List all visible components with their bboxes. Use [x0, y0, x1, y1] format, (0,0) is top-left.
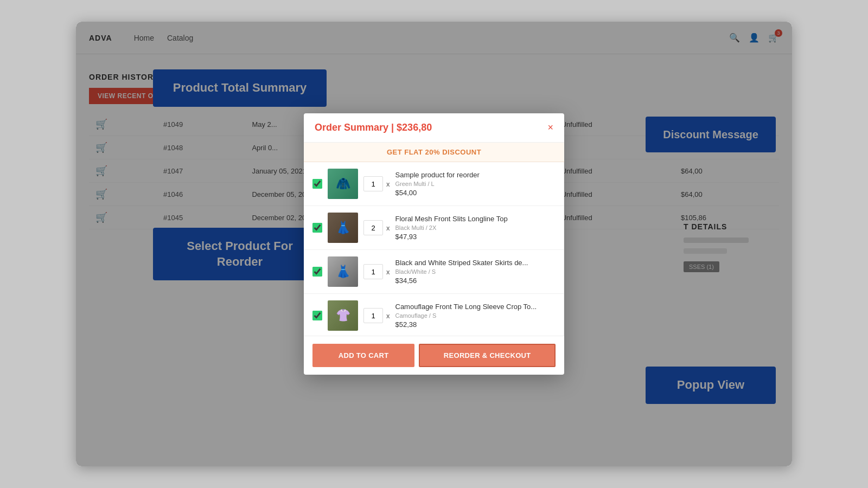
product-image-3: 👗	[328, 256, 358, 287]
product-image-4: 👚	[328, 300, 358, 331]
product-variant-3: Black/White / S	[395, 268, 556, 275]
product-info-4: Camouflage Front Tie Long Sleeve Crop To…	[395, 303, 556, 329]
product-list: 🧥 x Sample product for reorder Green Mul…	[304, 162, 564, 336]
product-checkbox-4[interactable]	[312, 311, 322, 320]
discount-banner: GET FLAT 20% DISCOUNT	[304, 143, 564, 162]
product-qty-3: x	[363, 264, 390, 279]
product-qty-4: x	[363, 308, 390, 323]
product-info-1: Sample product for reorder Green Multi /…	[395, 171, 556, 197]
product-qty-2: x	[363, 220, 390, 235]
product-price-3: $34,56	[395, 277, 556, 285]
list-item: 👗 x Floral Mesh Front Slits Longline Top…	[304, 206, 564, 250]
product-variant-1: Green Multi / L	[395, 181, 556, 187]
modal-title: Order Summary | $236,80	[315, 122, 432, 133]
product-checkbox-2[interactable]	[312, 223, 322, 233]
product-name-1: Sample product for reorder	[395, 171, 556, 180]
reorder-checkout-button[interactable]: REORDER & CHECKOUT	[419, 344, 556, 367]
qty-multiplier-1: x	[386, 180, 390, 188]
product-name-3: Black and White Striped Skater Skirts de…	[395, 259, 556, 268]
list-item: 🧥 x Sample product for reorder Green Mul…	[304, 162, 564, 206]
order-summary-modal: Order Summary | $236,80 × GET FLAT 20% D…	[304, 113, 564, 375]
qty-multiplier-2: x	[386, 224, 390, 232]
product-image-1: 🧥	[328, 169, 358, 199]
product-info-2: Floral Mesh Front Slits Longline Top Bla…	[395, 215, 556, 241]
qty-multiplier-3: x	[386, 268, 390, 276]
product-price-4: $52,38	[395, 320, 556, 329]
product-checkbox-3[interactable]	[312, 267, 322, 277]
qty-input-3[interactable]	[363, 264, 383, 279]
product-name-4: Camouflage Front Tie Long Sleeve Crop To…	[395, 303, 556, 312]
product-name-2: Floral Mesh Front Slits Longline Top	[395, 215, 556, 224]
product-image-2: 👗	[328, 213, 358, 243]
qty-input-1[interactable]	[363, 176, 383, 191]
list-item: 👚 x Camouflage Front Tie Long Sleeve Cro…	[304, 294, 564, 336]
modal-header: Order Summary | $236,80 ×	[304, 113, 564, 143]
product-qty-1: x	[363, 176, 390, 191]
list-item: 👗 x Black and White Striped Skater Skirt…	[304, 250, 564, 294]
qty-multiplier-4: x	[386, 312, 390, 320]
modal-footer: ADD TO CART REORDER & CHECKOUT	[304, 336, 564, 375]
product-info-3: Black and White Striped Skater Skirts de…	[395, 259, 556, 285]
product-price-1: $54,00	[395, 189, 556, 197]
product-variant-2: Black Multi / 2X	[395, 224, 556, 231]
qty-input-2[interactable]	[363, 220, 383, 235]
add-to-cart-button[interactable]: ADD TO CART	[312, 344, 414, 367]
product-price-2: $47,93	[395, 233, 556, 241]
product-variant-4: Camouflage / S	[395, 312, 556, 319]
product-checkbox-1[interactable]	[312, 179, 322, 189]
modal-close-button[interactable]: ×	[547, 122, 553, 133]
qty-input-4[interactable]	[363, 308, 383, 323]
